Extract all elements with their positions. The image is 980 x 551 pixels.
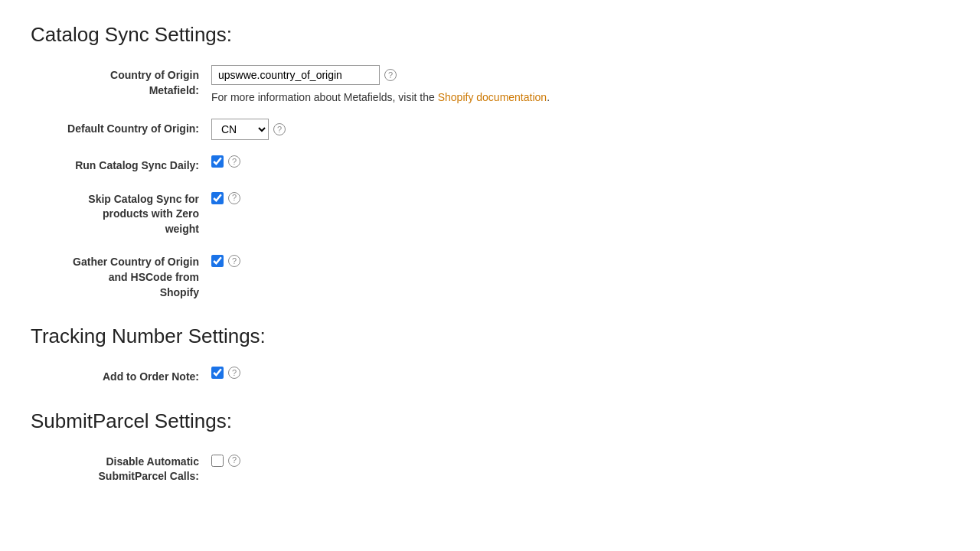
add-to-order-note-checkbox[interactable]: [211, 367, 224, 379]
settings-form: Catalog Sync Settings: Country of Origin…: [31, 23, 720, 484]
skip-catalog-sync-help-icon[interactable]: ?: [228, 192, 240, 204]
run-catalog-sync-daily-row: Run Catalog Sync Daily: ?: [31, 155, 720, 174]
country-of-origin-metafield-control: ? For more information about Metafields,…: [211, 65, 550, 103]
catalog-sync-title: Catalog Sync Settings:: [31, 23, 720, 47]
disable-automatic-label: Disable Automatic SubmitParcel Calls:: [31, 452, 199, 484]
metafield-info-text: For more information about Metafields, v…: [211, 91, 550, 103]
default-country-label: Default Country of Origin:: [31, 119, 199, 137]
disable-automatic-checkbox[interactable]: [211, 455, 224, 467]
gather-country-help-icon[interactable]: ?: [228, 255, 240, 267]
gather-country-checkbox[interactable]: [211, 255, 224, 267]
default-country-help-icon[interactable]: ?: [273, 123, 286, 135]
metafield-input-row: ?: [211, 65, 397, 85]
disable-automatic-control: ?: [211, 452, 240, 467]
country-of-origin-metafield-row: Country of Origin Metafield: ? For more …: [31, 65, 720, 103]
tracking-number-title: Tracking Number Settings:: [31, 324, 720, 348]
country-of-origin-metafield-input[interactable]: [211, 65, 380, 85]
default-country-row: Default Country of Origin: CN US UK DE F…: [31, 119, 720, 140]
run-catalog-sync-daily-checkbox[interactable]: [211, 155, 224, 168]
skip-catalog-sync-row: Skip Catalog Sync for products with Zero…: [31, 189, 720, 237]
gather-country-row: Gather Country of Origin and HSCode from…: [31, 252, 720, 300]
submitparcel-title: SubmitParcel Settings:: [31, 409, 720, 433]
skip-catalog-sync-control: ?: [211, 189, 240, 204]
add-to-order-note-label: Add to Order Note:: [31, 367, 199, 385]
run-catalog-sync-daily-label: Run Catalog Sync Daily:: [31, 155, 199, 174]
disable-automatic-help-icon[interactable]: ?: [228, 455, 240, 467]
skip-catalog-sync-label: Skip Catalog Sync for products with Zero…: [31, 189, 199, 237]
run-catalog-sync-daily-control: ?: [211, 155, 240, 168]
disable-automatic-row: Disable Automatic SubmitParcel Calls: ?: [31, 452, 720, 484]
add-to-order-note-help-icon[interactable]: ?: [228, 367, 240, 379]
default-country-select[interactable]: CN US UK DE FR JP KR CA AU IN: [211, 119, 269, 140]
default-country-control: CN US UK DE FR JP KR CA AU IN ?: [211, 119, 286, 140]
add-to-order-note-control: ?: [211, 367, 240, 379]
skip-catalog-sync-checkbox[interactable]: [211, 192, 224, 204]
gather-country-label: Gather Country of Origin and HSCode from…: [31, 252, 199, 300]
add-to-order-note-row: Add to Order Note: ?: [31, 367, 720, 385]
shopify-documentation-link[interactable]: Shopify documentation: [438, 91, 547, 103]
gather-country-control: ?: [211, 252, 240, 267]
run-catalog-sync-daily-help-icon[interactable]: ?: [228, 155, 240, 168]
country-of-origin-metafield-label: Country of Origin Metafield:: [31, 65, 199, 98]
metafield-help-icon[interactable]: ?: [384, 69, 397, 81]
